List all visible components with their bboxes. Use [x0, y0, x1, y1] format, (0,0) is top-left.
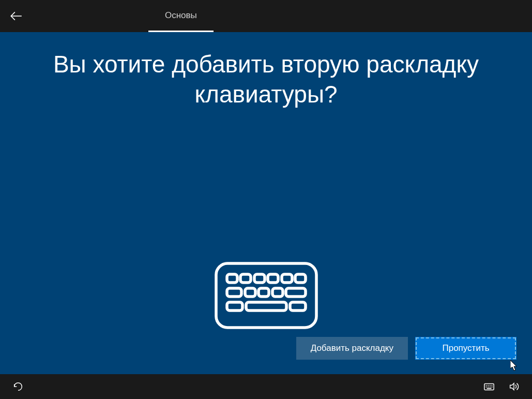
skip-button[interactable]: Пропустить [415, 337, 516, 360]
main-content: Вы хотите добавить вторую раскладку клав… [0, 32, 532, 374]
svg-rect-3 [240, 274, 251, 283]
add-layout-label: Добавить раскладку [311, 343, 393, 353]
power-sync-icon [12, 381, 24, 392]
svg-rect-2 [227, 274, 237, 283]
cursor-icon [510, 360, 519, 372]
svg-marker-26 [510, 383, 514, 390]
svg-rect-9 [245, 288, 255, 297]
tab-basics[interactable]: Основы [148, 0, 214, 32]
svg-rect-10 [259, 288, 269, 297]
svg-rect-16 [484, 384, 494, 390]
svg-rect-11 [272, 288, 283, 297]
keyboard-tray-icon [483, 381, 495, 392]
volume-tray-button[interactable] [503, 374, 525, 399]
bottom-left-tray [7, 374, 29, 399]
bottom-bar [0, 374, 532, 399]
top-bar: Основы [0, 0, 532, 32]
svg-rect-12 [286, 288, 306, 297]
svg-rect-15 [290, 302, 306, 311]
svg-rect-13 [227, 302, 242, 311]
svg-rect-6 [282, 274, 292, 283]
svg-rect-8 [227, 288, 241, 297]
add-layout-button[interactable]: Добавить раскладку [296, 337, 408, 360]
back-arrow-icon [9, 9, 23, 23]
bottom-right-tray [478, 374, 525, 399]
skip-label: Пропустить [442, 343, 489, 353]
svg-rect-7 [295, 274, 306, 283]
ease-of-access-button[interactable] [7, 374, 29, 399]
tab-label: Основы [165, 10, 197, 21]
page-title: Вы хотите добавить вторую раскладку клав… [0, 32, 532, 109]
svg-rect-4 [254, 274, 265, 283]
svg-rect-14 [246, 302, 286, 311]
keyboard-icon [215, 262, 318, 329]
keyboard-tray-button[interactable] [478, 374, 500, 399]
back-button[interactable] [0, 0, 32, 32]
svg-rect-5 [268, 274, 278, 283]
button-row: Добавить раскладку Пропустить [296, 337, 516, 360]
volume-icon [508, 381, 520, 392]
